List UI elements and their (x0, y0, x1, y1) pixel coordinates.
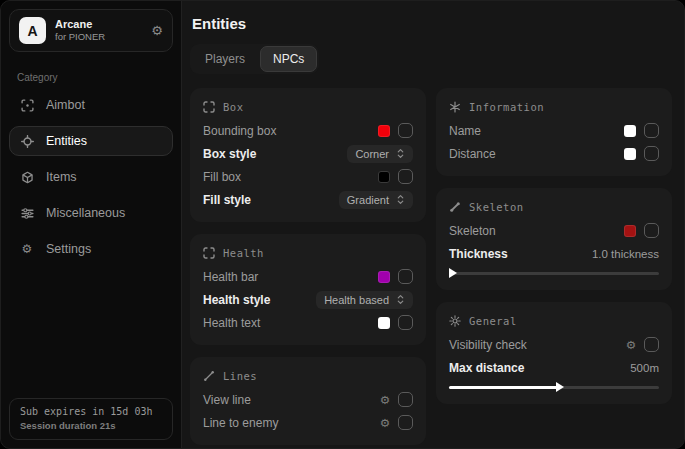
lines-card: Lines View line ⚙ Line to enemy ⚙ (190, 357, 426, 445)
setting-row: Visibility check ⚙ (449, 333, 659, 356)
fill-box-checkbox[interactable] (398, 169, 413, 184)
view-line-checkbox[interactable] (398, 392, 413, 407)
category-label: Category (17, 72, 165, 83)
unfold-icon (396, 294, 405, 305)
information-card: Information Name Distance (436, 88, 672, 176)
visibility-check-checkbox[interactable] (644, 337, 659, 352)
dropdown-value: Health based (324, 294, 389, 306)
row-label: View line (203, 393, 251, 407)
max-distance-value: 500m (630, 362, 659, 374)
name-checkbox[interactable] (644, 123, 659, 138)
sidebar-item-items[interactable]: Items (9, 162, 173, 192)
setting-row: Box style Corner (203, 142, 413, 165)
gear-icon[interactable]: ⚙ (380, 393, 390, 407)
main-panel: Entities Players NPCs Box Bounding box (182, 1, 684, 448)
line-to-enemy-checkbox[interactable] (398, 415, 413, 430)
slider-row: Max distance 500m (449, 356, 659, 379)
row-label: Skeleton (449, 224, 496, 238)
bone-icon (449, 201, 461, 213)
health-bar-checkbox[interactable] (398, 269, 413, 284)
entity-target-icon (19, 135, 35, 148)
row-label: Name (449, 124, 481, 138)
row-label: Fill style (203, 193, 251, 207)
bounding-box-checkbox[interactable] (398, 123, 413, 138)
row-label: Bounding box (203, 124, 276, 138)
unfold-icon (396, 148, 405, 159)
tab-players[interactable]: Players (192, 46, 258, 72)
sidebar-item-settings[interactable]: ⚙ Settings (9, 234, 173, 264)
color-swatch[interactable] (624, 148, 636, 160)
skeleton-checkbox[interactable] (644, 223, 659, 238)
sun-icon (449, 315, 461, 327)
lines-card-header: Lines (203, 366, 413, 388)
page-title: Entities (192, 15, 672, 32)
max-distance-slider[interactable] (449, 382, 659, 393)
sidebar-item-entities[interactable]: Entities (9, 126, 173, 156)
setting-row: Health text (203, 311, 413, 334)
row-label: Box style (203, 147, 256, 161)
sidebar-item-aimbot[interactable]: Aimbot (9, 90, 173, 120)
dropdown-value: Gradient (347, 194, 389, 206)
subscription-status-card: Sub expires in 15d 03h Session duration … (9, 398, 173, 440)
health-text-checkbox[interactable] (398, 315, 413, 330)
slider-thumb[interactable] (449, 268, 457, 278)
row-label: Max distance (449, 361, 524, 375)
brand-name: Arcane (55, 18, 105, 32)
setting-row: Line to enemy ⚙ (203, 411, 413, 434)
skeleton-card-header: Skeleton (449, 197, 659, 219)
row-label: Health text (203, 316, 260, 330)
entity-type-tabs: Players NPCs (190, 44, 319, 74)
setting-row: Name (449, 119, 659, 142)
thickness-slider[interactable] (449, 268, 659, 279)
setting-row: View line ⚙ (203, 388, 413, 411)
color-swatch[interactable] (378, 171, 390, 183)
sidebar-item-label: Entities (46, 134, 87, 148)
app-window: A Arcane for PIONER ⚙ Category Aimbot En… (0, 0, 685, 449)
brand-card: A Arcane for PIONER ⚙ (9, 9, 173, 52)
slider-row: Thickness 1.0 thickness (449, 242, 659, 265)
brand-logo: A (19, 17, 46, 44)
row-label: Distance (449, 147, 496, 161)
color-swatch[interactable] (378, 317, 390, 329)
crosshair-scan-icon (19, 99, 35, 112)
diagonal-line-icon (203, 370, 215, 382)
gear-icon[interactable]: ⚙ (380, 416, 390, 430)
card-title: Lines (223, 370, 257, 382)
sidebar-item-label: Settings (46, 242, 91, 256)
general-card-header: General (449, 311, 659, 333)
distance-checkbox[interactable] (644, 146, 659, 161)
fill-style-dropdown[interactable]: Gradient (339, 191, 413, 209)
gear-icon: ⚙ (19, 242, 35, 256)
setting-row: Bounding box (203, 119, 413, 142)
dropdown-value: Corner (355, 148, 389, 160)
health-style-dropdown[interactable]: Health based (316, 291, 413, 309)
box-card: Box Bounding box Box style Corner (190, 88, 426, 222)
setting-row: Skeleton (449, 219, 659, 242)
row-label: Visibility check (449, 338, 527, 352)
card-title: Information (469, 101, 544, 113)
box-style-dropdown[interactable]: Corner (347, 145, 413, 163)
setting-row: Health bar (203, 265, 413, 288)
gear-icon[interactable]: ⚙ (626, 338, 636, 352)
thickness-value: 1.0 thickness (592, 248, 659, 260)
row-label: Line to enemy (203, 416, 278, 430)
corner-brackets-icon (203, 101, 215, 113)
color-swatch[interactable] (378, 125, 390, 137)
setting-row: Distance (449, 142, 659, 165)
asterisk-icon (449, 101, 461, 113)
slider-thumb[interactable] (556, 382, 564, 392)
color-swatch[interactable] (624, 125, 636, 137)
card-title: General (469, 315, 517, 327)
general-card: General Visibility check ⚙ Max distance … (436, 302, 672, 404)
gear-icon[interactable]: ⚙ (151, 23, 163, 38)
row-label: Thickness (449, 247, 508, 261)
card-title: Skeleton (469, 201, 524, 213)
setting-row: Health style Health based (203, 288, 413, 311)
row-label: Health bar (203, 270, 258, 284)
sidebar-item-miscellaneous[interactable]: Miscellaneous (9, 198, 173, 228)
tab-npcs[interactable]: NPCs (260, 46, 317, 72)
health-card: Health Health bar Health style Health ba… (190, 234, 426, 345)
color-swatch[interactable] (378, 271, 390, 283)
row-label: Fill box (203, 170, 241, 184)
color-swatch[interactable] (624, 225, 636, 237)
